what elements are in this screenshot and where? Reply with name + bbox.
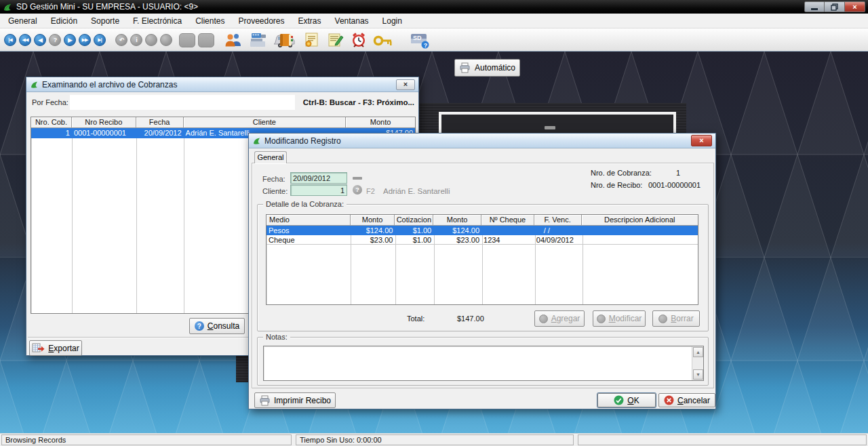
- nav-first-button[interactable]: |◀: [4, 34, 16, 46]
- col-header-monto[interactable]: Monto: [346, 117, 415, 128]
- detalle-grid[interactable]: Medio Monto Cotizacion Monto Nº Cheque F…: [266, 214, 698, 305]
- cell-medio: Cheque: [267, 235, 351, 244]
- detalle-row-pesos[interactable]: Pesos $124.00 $1.00 $124.00 / /: [267, 226, 698, 235]
- export-icon: [32, 343, 45, 353]
- address-book-button[interactable]: [278, 33, 294, 47]
- restore-icon: [831, 3, 838, 11]
- imprimir-recibo-button[interactable]: Imprimir Recibo: [254, 392, 336, 408]
- cancelar-label: Cancelar: [677, 396, 710, 405]
- nav-next-button[interactable]: ▶: [64, 34, 76, 46]
- tab-general[interactable]: General: [254, 151, 287, 163]
- ok-button[interactable]: OK: [597, 393, 656, 407]
- browse-dialog-titlebar[interactable]: Examinando el archivo de Cobranzas ×: [26, 77, 418, 92]
- cobranza-value: 1: [629, 169, 680, 177]
- fecha-input[interactable]: [290, 172, 347, 184]
- detalle-groupbox: Detalle de la Cobranza: Medio Monto Coti…: [257, 204, 709, 331]
- por-fecha-input[interactable]: [70, 95, 295, 110]
- menubar: General Edición Soporte F. Electrónica C…: [0, 14, 868, 28]
- dialog-icon: [30, 80, 39, 89]
- scroll-down-button[interactable]: ▼: [693, 369, 703, 380]
- scroll-up-button[interactable]: ▲: [693, 347, 703, 357]
- edit-dialog-titlebar[interactable]: Modificando Registro ×: [249, 134, 715, 148]
- ok-check-icon: [614, 395, 624, 405]
- notes-button[interactable]: [328, 33, 344, 47]
- restore-button[interactable]: [825, 1, 845, 12]
- menu-proveedores[interactable]: Proveedores: [231, 14, 291, 28]
- menu-edicion[interactable]: Edición: [44, 14, 84, 28]
- cash-register-icon: [250, 32, 267, 48]
- browse-close-button[interactable]: ×: [396, 79, 415, 90]
- imprimir-label: Imprimir Recibo: [274, 396, 331, 405]
- edit-dialog: Modificando Registro × General Fecha: Cl…: [248, 133, 716, 409]
- menu-soporte[interactable]: Soporte: [84, 14, 126, 28]
- nav-undo-button: ↶: [115, 34, 127, 46]
- nav-prev-button[interactable]: ◀: [34, 34, 46, 46]
- menu-login[interactable]: Login: [376, 14, 409, 28]
- nav-forward-button[interactable]: ▶▶: [79, 34, 91, 46]
- col-header-cotizacion[interactable]: Cotizacion: [395, 215, 433, 226]
- menu-general[interactable]: General: [1, 14, 44, 28]
- status-extra: [578, 434, 867, 445]
- menu-extras[interactable]: Extras: [292, 14, 328, 28]
- cell-nro-cob: 1: [31, 128, 72, 138]
- menu-f-electronica[interactable]: F. Electrónica: [126, 14, 189, 28]
- notas-scrollbar[interactable]: ▲ ▼: [692, 346, 703, 380]
- minimize-button[interactable]: [804, 1, 825, 12]
- clients-button[interactable]: [224, 33, 243, 47]
- consulta-button[interactable]: ? Consulta: [189, 318, 245, 334]
- sd-help-button[interactable]: SD ?: [410, 32, 431, 49]
- toolbar: |◀ ◀◀ ◀ ? ▶ ▶▶ ▶| ↶ i: [0, 28, 868, 52]
- col-header-cliente[interactable]: Cliente: [184, 117, 347, 128]
- nav-extra1-button: [145, 34, 157, 46]
- notas-field[interactable]: ▲ ▼: [263, 346, 704, 381]
- statusbar: Browsing Records Tiempo Sin Uso: 0:00:00: [0, 433, 868, 446]
- cell-cotizacion: $1.00: [395, 226, 433, 235]
- minimize-icon: [811, 8, 818, 10]
- close-button[interactable]: ×: [845, 1, 865, 12]
- nav-rewind-button[interactable]: ◀◀: [19, 34, 31, 46]
- grid-header-row: Medio Monto Cotizacion Monto Nº Cheque F…: [267, 215, 698, 226]
- col-header-nro-cob[interactable]: Nro. Cob.: [31, 117, 72, 128]
- grid-divider: [136, 117, 137, 313]
- automatico-button[interactable]: Automático: [454, 59, 520, 77]
- cliente-input[interactable]: [290, 184, 347, 196]
- col-header-nro-recibo[interactable]: Nro Recibo: [72, 117, 136, 128]
- agregar-icon: [539, 315, 548, 323]
- cell-descripcion: [582, 235, 698, 244]
- book-icon: [278, 33, 294, 47]
- certificate-icon: [303, 33, 319, 47]
- notas-textarea[interactable]: [264, 347, 692, 380]
- nav-last-button[interactable]: ▶|: [94, 34, 106, 46]
- menu-clientes[interactable]: Clientes: [189, 14, 231, 28]
- login-key-button[interactable]: [373, 34, 393, 47]
- col-header-monto2[interactable]: Monto: [433, 215, 481, 226]
- modificar-icon: [597, 315, 606, 323]
- edit-close-button[interactable]: ×: [691, 135, 712, 146]
- alarm-button[interactable]: [350, 31, 368, 49]
- menu-ventanas[interactable]: Ventanas: [328, 14, 376, 28]
- cell-monto: $23.00: [351, 235, 395, 244]
- detalle-row-cheque[interactable]: Cheque $23.00 $1.00 $23.00 1234 04/09/20…: [267, 235, 698, 245]
- col-header-cheque[interactable]: Nº Cheque: [481, 215, 534, 226]
- arrow-down-icon: ▼: [696, 372, 701, 377]
- modificar-label: Modificar: [609, 314, 642, 323]
- cliente-help-icon[interactable]: ?: [353, 185, 362, 195]
- col-header-fecha[interactable]: Fecha: [136, 117, 184, 128]
- fecha-calendar-button[interactable]: [353, 177, 362, 180]
- col-header-descripcion[interactable]: Descripcion Adicional: [582, 215, 698, 226]
- cell-nro-recibo: 0001-00000001: [72, 128, 136, 138]
- cell-monto2: $124.00: [433, 226, 481, 235]
- browse-dialog-title: Examinando el archivo de Cobranzas: [42, 80, 177, 89]
- col-header-fvenc[interactable]: F. Venc.: [534, 215, 582, 226]
- cash-register-button[interactable]: [250, 32, 267, 48]
- toolbar-square2-button: [198, 33, 214, 47]
- close-icon: ×: [852, 3, 856, 11]
- consulta-label: Consulta: [208, 321, 239, 331]
- titlebar: SD Gestión Mini - SU EMPRESA - USUARIO: …: [0, 0, 868, 14]
- col-header-monto[interactable]: Monto: [351, 215, 395, 226]
- cancelar-button[interactable]: Cancelar: [658, 393, 715, 407]
- svg-text:?: ?: [424, 42, 428, 49]
- col-header-medio[interactable]: Medio: [267, 215, 351, 226]
- exportar-button[interactable]: Exportar: [29, 340, 82, 356]
- certificate-button[interactable]: [303, 33, 319, 47]
